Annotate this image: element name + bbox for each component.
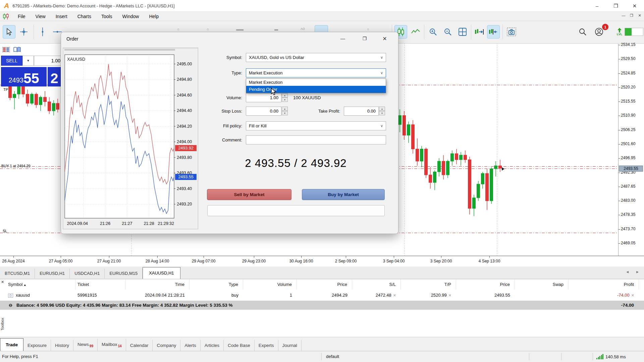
comment-input[interactable] [246, 135, 386, 144]
dialog-maximize-button[interactable]: ❐ [360, 34, 370, 43]
cursor-tool-icon[interactable] [3, 25, 15, 39]
chart-shift-icon[interactable] [487, 25, 500, 39]
cell-volume[interactable]: 1 [243, 291, 297, 300]
tick-chart-splitter[interactable] [64, 49, 175, 51]
remove-icon[interactable]: ✕ [393, 293, 396, 297]
trade-table-row[interactable]: 🗋xauusd599619152024.09.04 21:28:21buy124… [6, 291, 639, 300]
vertical-line-tool-icon[interactable] [36, 25, 49, 39]
mdi-restore-button[interactable]: ❐ [629, 12, 635, 18]
chart-tabs-scroll-arrows[interactable]: ◄ ► [626, 270, 642, 274]
type-option-market-execution[interactable]: Market Execution [246, 79, 386, 86]
window-close-button[interactable]: ✕ [625, 0, 644, 12]
column-header-s-l[interactable]: S/L [352, 279, 401, 290]
equidistant-channel-tool-icon[interactable]: ▬▬ [236, 27, 244, 31]
toolbox-tab-experts[interactable]: Experts [255, 340, 278, 351]
cell-time[interactable]: 2024.09.04 21:28:21 [126, 291, 190, 300]
spinner-up-icon[interactable]: ▲ [282, 93, 288, 98]
column-header-type[interactable]: Type [190, 279, 243, 290]
chart-tab-xauusd-h1[interactable]: XAUUSD,H1 [143, 267, 180, 279]
chart-tab-usdcad-h1[interactable]: USDCAD,H1 [70, 268, 105, 279]
window-minimize-button[interactable]: – [588, 0, 606, 12]
screenshot-icon[interactable] [505, 25, 518, 39]
column-header-symbol[interactable]: Symbol ▲ [6, 279, 75, 290]
cell-ticket[interactable]: 59961915 [75, 291, 126, 300]
toolbox-tab-history[interactable]: History [51, 340, 73, 351]
spinner-up-icon[interactable]: ▲ [379, 107, 385, 111]
column-header-swap[interactable]: Swap [515, 279, 569, 290]
stop-loss-input[interactable] [246, 107, 281, 116]
toolbox-tab-articles[interactable]: Articles [201, 340, 224, 351]
dialog-minimize-button[interactable]: — [338, 34, 348, 43]
column-header-t-p[interactable]: T/P [401, 279, 456, 290]
crosshair-tool-icon[interactable] [17, 25, 30, 39]
take-profit-spinner[interactable]: ▲▼ [379, 107, 385, 115]
arrow-tool-icon[interactable]: ○ [367, 27, 369, 31]
menu-file[interactable]: File [13, 13, 31, 20]
remove-icon[interactable]: ✕ [448, 293, 451, 297]
toolbox-tab-calendar[interactable]: Calendar [126, 340, 153, 351]
line-chart-icon[interactable] [409, 25, 422, 39]
mdi-minimize-button[interactable]: — [621, 12, 627, 18]
toolbox-close-icon[interactable]: ✕ [1, 280, 4, 284]
chart-tab-btcusd-m1[interactable]: BTCUSD,M1 [0, 268, 35, 279]
type-options-list[interactable]: Market ExecutionPending Order [246, 78, 386, 93]
take-profit-input[interactable] [344, 107, 379, 116]
menu-insert[interactable]: Insert [51, 13, 72, 20]
toolbox-tab-mailbox[interactable]: Mailbox14 [98, 339, 126, 351]
connection-status[interactable]: 140.58 ms [596, 354, 626, 359]
channel-tool-icon[interactable]: ○ [207, 27, 209, 31]
toolbox-tab-journal[interactable]: Journal [278, 340, 302, 351]
mdi-close-button[interactable]: ✕ [637, 12, 643, 18]
toolbox-tab-alerts[interactable]: Alerts [180, 340, 201, 351]
spinner-down-icon[interactable]: ▼ [282, 98, 288, 102]
column-header-volume[interactable]: Volume [243, 279, 297, 290]
cell-tp[interactable]: 2520.99✕ [401, 291, 456, 300]
toolbox-tab-trade[interactable]: Trade [0, 338, 23, 351]
column-header-ticket[interactable]: Ticket [75, 279, 126, 290]
volume-dropdown-button[interactable]: ▼ [22, 56, 34, 66]
sell-button[interactable]: SELL [1, 56, 22, 66]
profile-icon[interactable]: 1 [593, 25, 606, 39]
cell-price_current[interactable]: 2493.55 [456, 291, 515, 300]
type-select[interactable]: Market Execution∨ [246, 68, 386, 77]
symbol-select[interactable]: XAUUSD, Gold vs US Dollar∨ [246, 53, 386, 62]
cell-profit[interactable]: -74.00✕ [569, 291, 639, 300]
menu-charts[interactable]: Charts [72, 13, 96, 20]
tile-windows-icon[interactable] [456, 25, 469, 39]
lvl-icon[interactable]: LVL [613, 25, 626, 39]
tick-chart-canvas[interactable]: 2495.002494.802494.602494.402494.202494.… [64, 51, 198, 229]
spinner-up-icon[interactable]: ▲ [282, 107, 288, 111]
column-header-price[interactable]: Price [456, 279, 515, 290]
column-header-price[interactable]: Price [297, 279, 352, 290]
trendline-tool-icon[interactable]: ○ [177, 27, 179, 31]
buy-by-market-button[interactable]: Buy by Market [302, 189, 385, 200]
volume-spinner[interactable]: ▲▼ [282, 93, 288, 102]
toolbox-tab-news[interactable]: News99 [73, 339, 98, 351]
cell-swap[interactable] [515, 291, 569, 300]
toolbox-tab-code-base[interactable]: Code Base [224, 340, 255, 351]
zoom-out-icon[interactable] [441, 25, 454, 39]
menu-tools[interactable]: Tools [96, 13, 117, 20]
search-icon[interactable] [576, 25, 589, 39]
cell-sl[interactable]: 2472.48✕ [352, 291, 401, 300]
toolbox-tab-exposure[interactable]: Exposure [23, 340, 51, 351]
status-profile[interactable]: default [326, 354, 339, 359]
spinner-down-icon[interactable]: ▼ [379, 111, 385, 115]
fill-policy-select[interactable]: Fill or Kill∨ [246, 121, 386, 130]
date-axis[interactable]: 26 Aug 202427 Aug 05:0027 Aug 21:0028 Au… [0, 256, 644, 266]
spinner-down-icon[interactable]: ▼ [282, 111, 288, 115]
stop-loss-spinner[interactable]: ▲▼ [282, 107, 288, 115]
toolbox-tab-company[interactable]: Company [153, 340, 180, 351]
cell-type[interactable]: buy [190, 291, 243, 300]
menu-view[interactable]: View [31, 13, 51, 20]
trade-table-header[interactable]: Symbol ▲TicketTimeTypeVolumePriceS/LT/PP… [6, 279, 639, 290]
remove-icon[interactable]: ✕ [631, 293, 634, 297]
market-watch-icon[interactable] [2, 47, 10, 54]
sell-by-market-button[interactable]: Sell by Market [207, 189, 291, 200]
quick-volume-input[interactable] [34, 56, 63, 66]
collapse-icon[interactable]: ⊖ [9, 303, 12, 308]
menu-help[interactable]: Help [144, 13, 164, 20]
zoom-in-icon[interactable] [427, 25, 439, 39]
column-header-profit[interactable]: Profit [569, 279, 639, 290]
cell-symbol[interactable]: 🗋xauusd [6, 291, 75, 300]
